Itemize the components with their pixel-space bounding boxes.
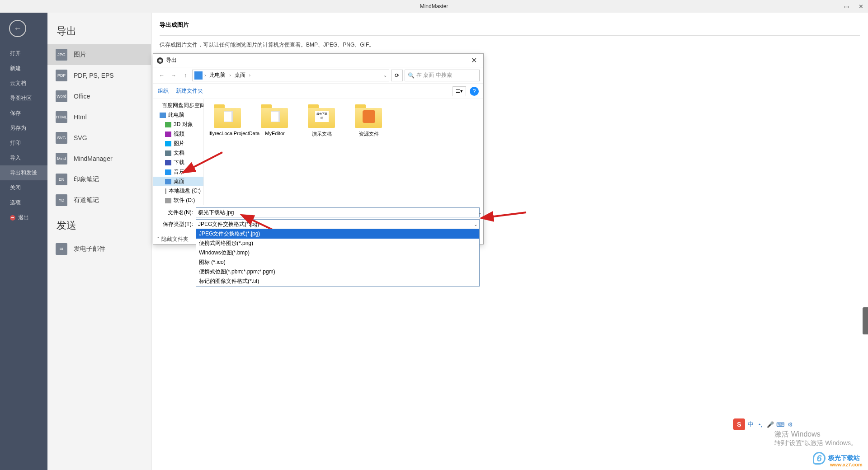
search-placeholder: 在 桌面 中搜索 xyxy=(416,71,452,79)
filetype-dropdown: JPEG文件交换格式(*.jpg)便携式网络图形(*.png)Windows位图… xyxy=(196,229,480,287)
format-item-en[interactable]: EN印象笔记 xyxy=(47,169,151,190)
format-item-yd[interactable]: YD有道笔记 xyxy=(47,190,151,211)
folder-icon xyxy=(165,150,171,156)
organize-button[interactable]: 组织 xyxy=(158,87,169,95)
tree-item[interactable]: 下载 xyxy=(153,158,203,167)
sidebar-mid: 导出 JPG图片PDFPDF, PS, EPSWordOfficeHTMLHtm… xyxy=(47,13,151,470)
format-item-svg[interactable]: SVGSVG xyxy=(47,127,151,148)
menu-item-9[interactable]: 关闭 xyxy=(0,180,47,195)
maximize-button[interactable]: ▭ xyxy=(839,0,854,13)
menu-exit[interactable]: 退出 xyxy=(0,210,47,225)
chevron-down-icon[interactable]: ⌄ xyxy=(478,210,481,215)
menu-item-0[interactable]: 打开 xyxy=(0,46,47,61)
nav-forward-button[interactable]: → xyxy=(169,70,179,80)
view-mode-button[interactable]: ☰▾ xyxy=(453,86,466,96)
dialog-icon: ◉ xyxy=(157,57,163,64)
format-icon: YD xyxy=(56,194,67,206)
ime-lang[interactable]: 中 xyxy=(746,420,755,429)
search-input[interactable]: 🔍 在 桌面 中搜索 xyxy=(405,70,480,81)
filetype-option[interactable]: Windows位图(*.bmp) xyxy=(196,248,479,258)
menu-item-5[interactable]: 另存为 xyxy=(0,121,47,136)
ime-badge[interactable]: S xyxy=(733,418,745,430)
new-folder-button[interactable]: 新建文件夹 xyxy=(176,87,203,95)
format-item-mind[interactable]: MindMindManager xyxy=(47,148,151,169)
tree-item[interactable]: 桌面 xyxy=(153,177,203,186)
filetype-option[interactable]: 便携式位图(*.pbm;*.ppm;*.pgm) xyxy=(196,267,479,277)
menu-item-4[interactable]: 保存 xyxy=(0,106,47,121)
send-email[interactable]: ✉发电子邮件 xyxy=(47,239,151,259)
hide-folders-button[interactable]: ˄ 隐藏文件夹 xyxy=(157,235,189,243)
tree-item[interactable]: 3D 对象 xyxy=(153,120,203,129)
path-seg-desktop[interactable]: 桌面 xyxy=(233,70,247,80)
file-item[interactable]: MyEditor xyxy=(255,104,294,136)
menu-item-2[interactable]: 云文档 xyxy=(0,76,47,91)
menu-item-10[interactable]: 选项 xyxy=(0,195,47,210)
folder-icon xyxy=(165,122,171,127)
format-item-pdf[interactable]: PDFPDF, PS, EPS xyxy=(47,65,151,86)
section-send-title: 发送 xyxy=(47,216,151,239)
format-icon: JPG xyxy=(56,49,67,61)
folder-icon xyxy=(165,188,166,194)
dialog-close-button[interactable]: ✕ xyxy=(468,56,480,65)
dialog-title: 导出 xyxy=(166,56,177,64)
filetype-option[interactable]: 便携式网络图形(*.png) xyxy=(196,239,479,248)
tree-item[interactable]: 软件 (D:) xyxy=(153,196,203,205)
format-icon: Word xyxy=(56,90,67,102)
menu-item-8[interactable]: 导出和发送 xyxy=(0,165,47,180)
path-root-icon[interactable] xyxy=(194,71,203,80)
filetype-select[interactable]: JPEG文件交换格式(*.jpg) ⌄ JPEG文件交换格式(*.jpg)便携式… xyxy=(196,219,480,229)
tree-item[interactable]: 此电脑 xyxy=(153,110,203,120)
content-title: 导出成图片 xyxy=(160,21,860,29)
ime-punct-icon[interactable]: •, xyxy=(756,420,765,429)
ime-mic-icon[interactable]: 🎤 xyxy=(766,420,775,429)
format-item-jpg[interactable]: JPG图片 xyxy=(47,44,151,65)
filetype-option[interactable]: JPEG文件交换格式(*.jpg) xyxy=(196,229,479,239)
search-icon: 🔍 xyxy=(408,72,415,79)
tree-item[interactable]: 本地磁盘 (C:) xyxy=(153,186,203,196)
titlebar: MindMaster — ▭ ✕ xyxy=(0,0,868,13)
export-dialog: ◉ 导出 ✕ ← → ↑ › 此电脑 › 桌面 › ⌄ ⟳ 🔍 在 桌面 中搜索… xyxy=(153,53,484,244)
back-button[interactable]: ← xyxy=(9,20,26,37)
tree-item[interactable]: 文档 xyxy=(153,148,203,158)
side-handle[interactable] xyxy=(863,307,868,334)
file-item[interactable]: 资源文件 xyxy=(349,104,388,137)
help-button[interactable]: ? xyxy=(470,87,479,96)
filetype-label: 保存类型(T): xyxy=(157,221,196,228)
minimize-button[interactable]: — xyxy=(825,0,839,13)
chevron-down-icon[interactable]: ⌄ xyxy=(383,73,387,78)
exit-icon xyxy=(10,215,15,221)
divider xyxy=(160,35,860,36)
folder-icon xyxy=(165,169,171,175)
menu-item-7[interactable]: 导入 xyxy=(0,150,47,165)
folder-icon xyxy=(165,198,171,203)
tree-item[interactable]: 音乐 xyxy=(153,167,203,177)
section-export-title: 导出 xyxy=(47,22,151,44)
nav-back-button[interactable]: ← xyxy=(157,70,167,80)
file-item[interactable]: IflyrecLocalProjectData xyxy=(208,104,247,136)
path-seg-pc[interactable]: 此电脑 xyxy=(208,70,227,80)
tree-item[interactable]: 视频 xyxy=(153,129,203,139)
nav-up-button[interactable]: ↑ xyxy=(180,70,190,80)
file-item[interactable]: 极光下载站演示文稿 xyxy=(302,104,341,137)
folder-tree: 百度网盘同步空间此电脑3D 对象视频图片文档下载音乐桌面本地磁盘 (C:)软件 … xyxy=(153,99,204,205)
filetype-option[interactable]: 图标 (*.ico) xyxy=(196,258,479,267)
dialog-toolbar: 组织 新建文件夹 ☰▾ ? xyxy=(153,84,483,99)
menu-item-6[interactable]: 打印 xyxy=(0,136,47,150)
format-item-html[interactable]: HTMLHtml xyxy=(47,107,151,127)
tree-item[interactable]: 百度网盘同步空间 xyxy=(153,101,203,110)
folder-icon xyxy=(165,141,171,146)
chevron-down-icon[interactable]: ⌄ xyxy=(474,222,477,227)
path-bar[interactable]: › 此电脑 › 桌面 › ⌄ xyxy=(192,70,389,81)
menu-item-1[interactable]: 新建 xyxy=(0,61,47,76)
filetype-option[interactable]: 标记的图像文件格式(*.tif) xyxy=(196,277,479,286)
menu-item-3[interactable]: 导图社区 xyxy=(0,91,47,106)
close-button[interactable]: ✕ xyxy=(854,0,868,13)
tree-item[interactable]: 图片 xyxy=(153,139,203,148)
ime-keyboard-icon[interactable]: ⌨ xyxy=(776,420,785,429)
ime-settings-icon[interactable]: ⚙ xyxy=(786,420,795,429)
format-item-word[interactable]: WordOffice xyxy=(47,86,151,107)
refresh-button[interactable]: ⟳ xyxy=(391,70,403,81)
mail-icon: ✉ xyxy=(56,243,67,255)
windows-activation-watermark: 激活 Windows 转到"设置"以激活 Windows。 xyxy=(774,430,857,447)
filename-input[interactable]: 极光下载站.jpg⌄ xyxy=(196,207,480,217)
